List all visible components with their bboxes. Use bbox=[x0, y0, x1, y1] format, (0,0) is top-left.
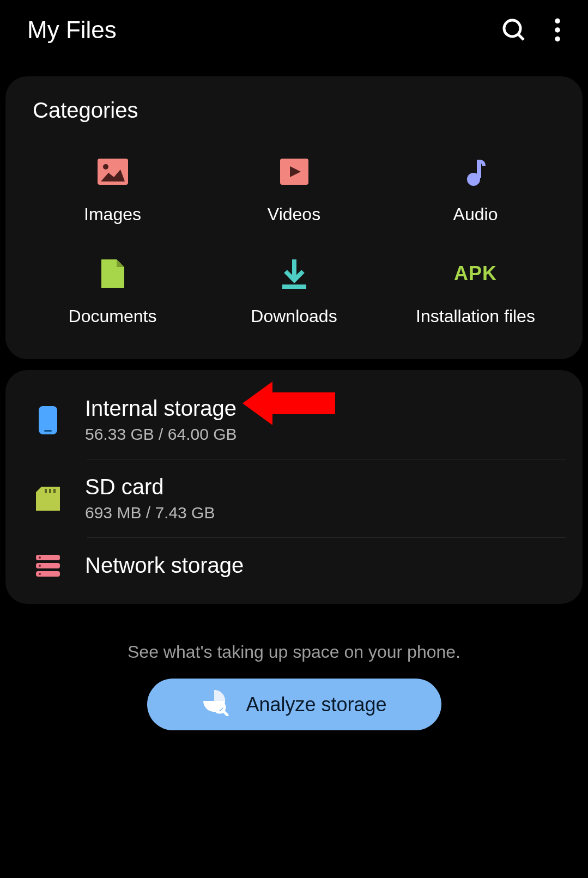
storage-hint: See what's taking up space on your phone… bbox=[0, 642, 588, 662]
storage-network[interactable]: Network storage bbox=[22, 538, 566, 593]
storage-title: Internal storage bbox=[85, 396, 237, 421]
svg-point-20 bbox=[39, 556, 41, 559]
more-options-icon[interactable] bbox=[554, 18, 561, 42]
images-icon bbox=[96, 155, 129, 188]
category-label: Videos bbox=[268, 204, 320, 225]
page-title: My Files bbox=[27, 16, 501, 44]
storage-subtitle: 693 MB / 7.43 GB bbox=[85, 504, 215, 522]
svg-rect-14 bbox=[45, 489, 47, 493]
app-header: My Files bbox=[0, 0, 588, 65]
svg-line-1 bbox=[518, 34, 524, 40]
storage-internal[interactable]: Internal storage 56.33 GB / 64.00 GB bbox=[22, 381, 566, 459]
svg-point-9 bbox=[467, 173, 480, 186]
analyze-storage-button[interactable]: Analyze storage bbox=[147, 679, 441, 730]
category-videos[interactable]: Videos bbox=[203, 155, 385, 225]
storage-card: Internal storage 56.33 GB / 64.00 GB SD … bbox=[5, 370, 583, 604]
category-label: Downloads bbox=[251, 306, 337, 326]
category-documents[interactable]: Documents bbox=[22, 257, 203, 326]
storage-subtitle: 56.33 GB / 64.00 GB bbox=[85, 425, 237, 444]
analyze-icon bbox=[201, 688, 229, 721]
svg-point-6 bbox=[103, 164, 108, 169]
svg-point-22 bbox=[39, 573, 41, 575]
category-label: Installation files bbox=[416, 306, 535, 326]
category-label: Audio bbox=[453, 204, 498, 225]
downloads-icon bbox=[278, 257, 311, 290]
storage-title: Network storage bbox=[85, 553, 244, 578]
apk-icon: APK bbox=[459, 257, 492, 290]
svg-point-4 bbox=[555, 37, 560, 42]
audio-icon bbox=[459, 155, 492, 188]
documents-icon bbox=[96, 257, 129, 290]
category-images[interactable]: Images bbox=[22, 155, 203, 225]
category-audio[interactable]: Audio bbox=[385, 155, 566, 225]
storage-sd-card[interactable]: SD card 693 MB / 7.43 GB bbox=[22, 459, 566, 537]
videos-icon bbox=[278, 155, 311, 188]
network-icon bbox=[33, 555, 63, 577]
svg-point-0 bbox=[504, 20, 520, 37]
svg-point-3 bbox=[555, 27, 560, 33]
svg-point-2 bbox=[555, 19, 560, 24]
category-downloads[interactable]: Downloads bbox=[203, 257, 385, 326]
svg-line-24 bbox=[223, 711, 227, 715]
category-label: Images bbox=[84, 204, 141, 225]
category-installation-files[interactable]: APK Installation files bbox=[385, 257, 566, 326]
search-icon[interactable] bbox=[501, 17, 527, 43]
phone-icon bbox=[33, 406, 63, 434]
svg-rect-16 bbox=[53, 489, 56, 493]
svg-point-21 bbox=[39, 565, 41, 567]
svg-rect-13 bbox=[44, 430, 52, 432]
sd-icon bbox=[33, 487, 63, 511]
analyze-label: Analyze storage bbox=[246, 693, 386, 716]
category-label: Documents bbox=[69, 306, 157, 326]
categories-card: Categories Images Videos bbox=[5, 76, 583, 359]
storage-title: SD card bbox=[85, 475, 215, 499]
categories-title: Categories bbox=[22, 98, 566, 144]
svg-rect-15 bbox=[49, 489, 51, 493]
